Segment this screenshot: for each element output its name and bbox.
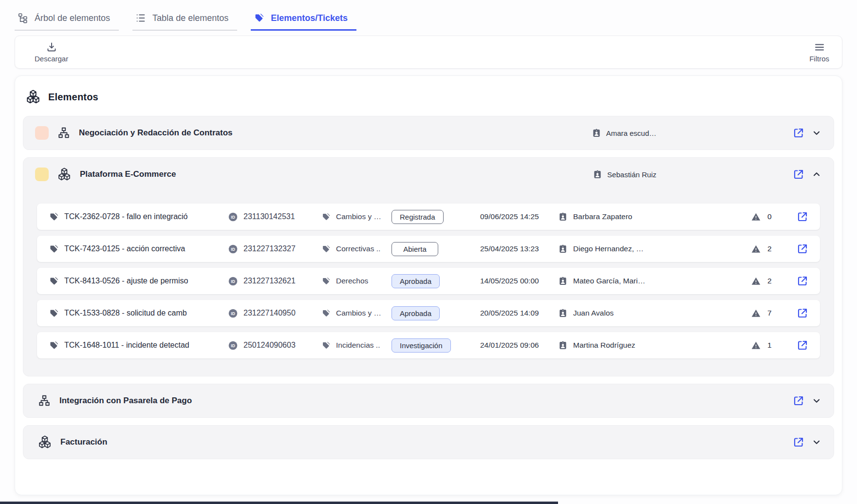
- id-circle-icon: ID: [228, 276, 238, 286]
- ticket-category: Incidencias ..: [336, 341, 384, 350]
- chevron-down-icon[interactable]: [811, 437, 822, 448]
- ticket-tag-icon: [49, 276, 59, 286]
- panel-header[interactable]: Integración con Pasarela de Pago: [23, 384, 834, 417]
- cubes-icon: [26, 90, 40, 104]
- external-link-icon[interactable]: [797, 211, 808, 223]
- panel-header[interactable]: Facturación: [23, 426, 834, 459]
- id-circle-icon: ID: [228, 340, 238, 351]
- status-badge: Aprobada: [391, 274, 440, 288]
- status-badge: Abierta: [391, 242, 438, 256]
- warning-count: 1: [767, 341, 772, 350]
- tab-elementos-tickets[interactable]: Elementos/Tickets: [251, 10, 356, 31]
- ticket-id: 231130142531: [243, 212, 295, 221]
- elements-card: Elementos Negociación y Redacción de Con…: [15, 75, 842, 495]
- panel-title: Plataforma E-Commerce: [80, 169, 176, 179]
- status-badge: Aprobada: [391, 306, 440, 320]
- ticket-category: Correctivas ..: [336, 244, 384, 253]
- elements-header: Elementos: [23, 87, 834, 116]
- person-badge-icon: [558, 308, 568, 318]
- ticket-id: 250124090603: [243, 341, 296, 350]
- id-circle-icon: ID: [228, 212, 238, 222]
- tab-arbol-de-elementos[interactable]: Árbol de elementos: [15, 10, 119, 31]
- ticket-assignees: Diego Hernandez, …: [573, 244, 644, 253]
- ticket-row[interactable]: TCK-1533-0828 - solicitud de camb ID 231…: [37, 300, 820, 326]
- filters-label: Filtros: [809, 55, 829, 63]
- category-tag-icon: [321, 244, 331, 254]
- warning-icon: [751, 244, 761, 254]
- svg-text:ID: ID: [231, 343, 235, 348]
- external-link-icon[interactable]: [797, 339, 808, 351]
- ticket-category: Cambios y …: [336, 212, 384, 221]
- status-badge: Investigación: [391, 338, 451, 353]
- ticket-assignees: Juan Avalos: [573, 309, 614, 317]
- warning-count: 0: [767, 212, 772, 221]
- panel-title: Integración con Pasarela de Pago: [59, 396, 192, 406]
- panel-header[interactable]: Plataforma E-Commerce Sebas: [23, 158, 834, 191]
- ticket-row[interactable]: TCK-8413-0526 - ajuste de permiso ID 231…: [37, 268, 820, 294]
- org-chart-icon: [57, 127, 70, 139]
- ticket-datetime: 14/05/2025 00:00: [480, 277, 558, 285]
- ticket-list: TCK-2362-0728 - fallo en integració ID 2…: [23, 191, 834, 376]
- ticket-tag-icon: [49, 244, 59, 254]
- ticket-datetime: 25/04/2025 13:23: [480, 244, 558, 253]
- panel-facturacion: Facturación: [23, 425, 834, 459]
- ticket-title: TCK-2362-0728 - fallo en integració: [64, 212, 210, 221]
- warning-count: 2: [767, 244, 772, 253]
- chevron-up-icon[interactable]: [811, 169, 822, 180]
- download-label: Descargar: [35, 55, 68, 63]
- warning-count: 7: [767, 309, 772, 317]
- svg-text:ID: ID: [231, 214, 235, 219]
- category-tag-icon: [321, 277, 331, 286]
- ticket-assignees: Mateo García, Mari…: [573, 277, 645, 285]
- external-link-icon[interactable]: [797, 275, 808, 287]
- panel-negociacion-contratos: Negociación y Redacción de Contratos: [23, 116, 834, 150]
- warning-icon: [751, 340, 761, 351]
- svg-text:ID: ID: [231, 311, 235, 316]
- external-link-icon[interactable]: [793, 127, 804, 139]
- ticket-row[interactable]: TCK-7423-0125 - acción correctiva ID 231…: [37, 236, 820, 262]
- external-link-icon[interactable]: [797, 307, 808, 319]
- ticket-id: 231227132621: [243, 277, 296, 285]
- ticket-category: Cambios y …: [336, 309, 384, 317]
- tab-label: Elementos/Tickets: [271, 13, 348, 23]
- chevron-down-icon[interactable]: [811, 395, 822, 406]
- external-link-icon[interactable]: [797, 243, 808, 255]
- tab-tabla-de-elementos[interactable]: Tabla de elementos: [132, 10, 237, 31]
- filter-icon: [814, 41, 825, 53]
- panel-title: Facturación: [60, 437, 107, 447]
- svg-text:ID: ID: [231, 246, 235, 251]
- tree-icon: [18, 13, 28, 23]
- ticket-tag-icon: [49, 340, 59, 351]
- warning-icon: [751, 212, 761, 222]
- ticket-category: Derechos: [336, 277, 384, 285]
- id-circle-icon: ID: [228, 308, 238, 318]
- ticket-row[interactable]: TCK-2362-0728 - fallo en integració ID 2…: [37, 204, 820, 230]
- ticket-tag-icon: [49, 212, 59, 222]
- panel-user-name: Amara escud…: [606, 129, 656, 137]
- person-badge-icon: [558, 276, 568, 286]
- external-link-icon[interactable]: [793, 168, 804, 180]
- category-tag-icon: [321, 341, 331, 350]
- ticket-datetime: 09/06/2025 14:25: [480, 212, 558, 221]
- ticket-title: TCK-1648-1011 - incidente detectad: [64, 341, 210, 350]
- panel-plataforma-ecommerce: Plataforma E-Commerce Sebas: [23, 157, 834, 376]
- download-button[interactable]: Descargar: [35, 41, 68, 63]
- category-tag-icon: [321, 309, 331, 318]
- external-link-icon[interactable]: [793, 436, 804, 448]
- person-badge-icon: [558, 244, 568, 254]
- ticket-datetime: 24/01/2025 09:06: [480, 341, 558, 350]
- panel-header[interactable]: Negociación y Redacción de Contratos: [23, 116, 834, 149]
- filters-button[interactable]: Filtros: [809, 41, 829, 63]
- chevron-down-icon[interactable]: [811, 128, 822, 138]
- download-icon: [46, 41, 57, 53]
- person-badge-icon: [558, 340, 568, 350]
- ticket-id: 231227132327: [243, 244, 296, 253]
- cubes-icon: [57, 168, 71, 181]
- ticket-title: TCK-1533-0828 - solicitud de camb: [64, 309, 210, 317]
- panel-user: Sebastián Ruiz: [593, 169, 656, 179]
- warning-icon: [751, 276, 761, 286]
- ticket-title: TCK-7423-0125 - acción correctiva: [64, 244, 210, 253]
- warning-icon: [751, 308, 761, 318]
- external-link-icon[interactable]: [793, 395, 804, 407]
- ticket-row[interactable]: TCK-1648-1011 - incidente detectad ID 25…: [37, 332, 820, 358]
